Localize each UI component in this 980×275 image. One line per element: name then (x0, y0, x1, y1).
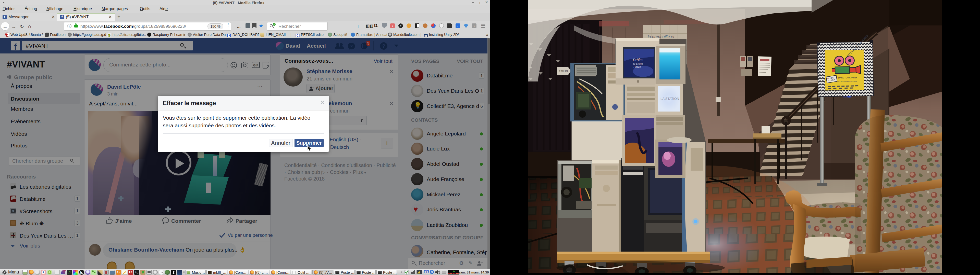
svg-text:LA STATION: LA STATION (660, 97, 679, 101)
svg-text:Bêtes: Bêtes (633, 65, 641, 69)
svg-text:DANS TOUT ARLES: DANS TOUT ARLES (838, 76, 857, 79)
svg-text:de petites: de petites (633, 63, 643, 65)
svg-text:c'est ici: c'est ici (558, 69, 568, 72)
svg-text:Drôles: Drôles (633, 58, 643, 62)
